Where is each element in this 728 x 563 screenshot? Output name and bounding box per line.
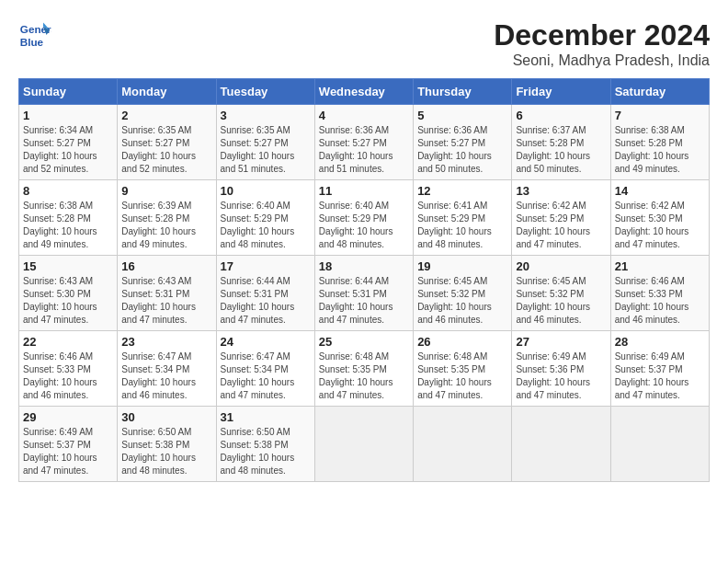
day-info: Sunrise: 6:40 AM Sunset: 5:29 PM Dayligh…: [319, 200, 409, 251]
month-title: December 2024: [494, 18, 710, 52]
weekday-header-friday: Friday: [512, 79, 610, 105]
day-info: Sunrise: 6:50 AM Sunset: 5:38 PM Dayligh…: [121, 426, 211, 477]
day-info: Sunrise: 6:47 AM Sunset: 5:34 PM Dayligh…: [221, 350, 311, 402]
day-number: 10: [221, 184, 311, 198]
day-number: 16: [121, 259, 211, 273]
day-info: Sunrise: 6:39 AM Sunset: 5:28 PM Dayligh…: [121, 200, 211, 251]
weekday-header-thursday: Thursday: [414, 79, 512, 105]
day-number: 1: [23, 109, 113, 122]
day-number: 24: [221, 335, 311, 349]
day-number: 9: [121, 184, 211, 198]
day-number: 31: [221, 410, 311, 424]
day-number: 13: [516, 184, 606, 198]
calendar-cell: 6Sunrise: 6:37 AM Sunset: 5:28 PM Daylig…: [512, 105, 610, 180]
calendar-cell: 13Sunrise: 6:42 AM Sunset: 5:29 PM Dayli…: [512, 180, 610, 256]
day-number: 26: [417, 335, 507, 349]
calendar-cell: 16Sunrise: 6:43 AM Sunset: 5:31 PM Dayli…: [118, 256, 216, 331]
calendar-cell: 4Sunrise: 6:36 AM Sunset: 5:27 PM Daylig…: [314, 105, 413, 180]
day-number: 5: [417, 109, 507, 122]
day-number: 18: [319, 259, 409, 273]
day-info: Sunrise: 6:36 AM Sunset: 5:27 PM Dayligh…: [319, 124, 409, 176]
day-info: Sunrise: 6:49 AM Sunset: 5:37 PM Dayligh…: [615, 350, 705, 402]
day-info: Sunrise: 6:38 AM Sunset: 5:28 PM Dayligh…: [615, 124, 705, 176]
day-info: Sunrise: 6:35 AM Sunset: 5:27 PM Dayligh…: [121, 124, 211, 176]
day-info: Sunrise: 6:42 AM Sunset: 5:30 PM Dayligh…: [615, 200, 705, 251]
calendar-cell: 26Sunrise: 6:48 AM Sunset: 5:35 PM Dayli…: [414, 331, 512, 407]
calendar-week-row: 15Sunrise: 6:43 AM Sunset: 5:30 PM Dayli…: [19, 256, 710, 331]
day-info: Sunrise: 6:43 AM Sunset: 5:31 PM Dayligh…: [121, 275, 211, 327]
calendar-cell: 19Sunrise: 6:45 AM Sunset: 5:32 PM Dayli…: [414, 256, 512, 331]
day-number: 25: [319, 335, 409, 349]
day-info: Sunrise: 6:38 AM Sunset: 5:28 PM Dayligh…: [23, 200, 113, 251]
calendar-cell: 24Sunrise: 6:47 AM Sunset: 5:34 PM Dayli…: [216, 331, 314, 407]
day-info: Sunrise: 6:48 AM Sunset: 5:35 PM Dayligh…: [319, 350, 409, 402]
calendar-cell: 29Sunrise: 6:49 AM Sunset: 5:37 PM Dayli…: [19, 407, 118, 482]
day-number: 19: [417, 259, 507, 273]
calendar-cell: [414, 407, 512, 482]
calendar-cell: 17Sunrise: 6:44 AM Sunset: 5:31 PM Dayli…: [216, 256, 314, 331]
calendar-cell: 23Sunrise: 6:47 AM Sunset: 5:34 PM Dayli…: [118, 331, 216, 407]
calendar-cell: 5Sunrise: 6:36 AM Sunset: 5:27 PM Daylig…: [414, 105, 512, 180]
weekday-header-sunday: Sunday: [19, 79, 118, 105]
calendar-cell: 1Sunrise: 6:34 AM Sunset: 5:27 PM Daylig…: [19, 105, 118, 180]
calendar-cell: [512, 407, 610, 482]
calendar-cell: 31Sunrise: 6:50 AM Sunset: 5:38 PM Dayli…: [216, 407, 314, 482]
day-info: Sunrise: 6:34 AM Sunset: 5:27 PM Dayligh…: [23, 124, 113, 176]
day-info: Sunrise: 6:49 AM Sunset: 5:36 PM Dayligh…: [516, 350, 606, 402]
calendar-cell: 9Sunrise: 6:39 AM Sunset: 5:28 PM Daylig…: [118, 180, 216, 256]
calendar-week-row: 8Sunrise: 6:38 AM Sunset: 5:28 PM Daylig…: [19, 180, 710, 256]
day-info: Sunrise: 6:44 AM Sunset: 5:31 PM Dayligh…: [319, 275, 409, 327]
day-number: 2: [121, 109, 211, 122]
day-info: Sunrise: 6:45 AM Sunset: 5:32 PM Dayligh…: [417, 275, 507, 327]
day-number: 12: [417, 184, 507, 198]
calendar-cell: [610, 407, 709, 482]
day-number: 28: [615, 335, 705, 349]
day-info: Sunrise: 6:37 AM Sunset: 5:28 PM Dayligh…: [516, 124, 606, 176]
calendar-cell: 30Sunrise: 6:50 AM Sunset: 5:38 PM Dayli…: [118, 407, 216, 482]
day-number: 20: [516, 259, 606, 273]
day-number: 3: [221, 109, 311, 122]
logo: General Blue: [18, 18, 51, 52]
calendar-cell: 10Sunrise: 6:40 AM Sunset: 5:29 PM Dayli…: [216, 180, 314, 256]
svg-text:Blue: Blue: [20, 36, 44, 48]
calendar-cell: 25Sunrise: 6:48 AM Sunset: 5:35 PM Dayli…: [314, 331, 413, 407]
day-number: 23: [121, 335, 211, 349]
day-number: 7: [615, 109, 705, 122]
weekday-header-wednesday: Wednesday: [314, 79, 413, 105]
day-number: 27: [516, 335, 606, 349]
calendar-cell: 22Sunrise: 6:46 AM Sunset: 5:33 PM Dayli…: [19, 331, 118, 407]
calendar-cell: 18Sunrise: 6:44 AM Sunset: 5:31 PM Dayli…: [314, 256, 413, 331]
day-info: Sunrise: 6:41 AM Sunset: 5:29 PM Dayligh…: [417, 200, 507, 251]
calendar-week-row: 22Sunrise: 6:46 AM Sunset: 5:33 PM Dayli…: [19, 331, 710, 407]
day-info: Sunrise: 6:42 AM Sunset: 5:29 PM Dayligh…: [516, 200, 606, 251]
day-info: Sunrise: 6:44 AM Sunset: 5:31 PM Dayligh…: [221, 275, 311, 327]
calendar-cell: 8Sunrise: 6:38 AM Sunset: 5:28 PM Daylig…: [19, 180, 118, 256]
calendar-cell: 2Sunrise: 6:35 AM Sunset: 5:27 PM Daylig…: [118, 105, 216, 180]
day-info: Sunrise: 6:45 AM Sunset: 5:32 PM Dayligh…: [516, 275, 606, 327]
weekday-header-saturday: Saturday: [610, 79, 709, 105]
day-number: 6: [516, 109, 606, 122]
day-number: 29: [23, 410, 113, 424]
weekday-header-row: SundayMondayTuesdayWednesdayThursdayFrid…: [19, 79, 710, 105]
day-info: Sunrise: 6:43 AM Sunset: 5:30 PM Dayligh…: [23, 275, 113, 327]
calendar-week-row: 1Sunrise: 6:34 AM Sunset: 5:27 PM Daylig…: [19, 105, 710, 180]
day-number: 21: [615, 259, 705, 273]
calendar-cell: [314, 407, 413, 482]
weekday-header-tuesday: Tuesday: [216, 79, 314, 105]
logo-icon: General Blue: [18, 18, 51, 52]
day-number: 4: [319, 109, 409, 122]
day-info: Sunrise: 6:40 AM Sunset: 5:29 PM Dayligh…: [221, 200, 311, 251]
page-header: General Blue December 2024 Seoni, Madhya…: [18, 18, 710, 69]
day-number: 11: [319, 184, 409, 198]
day-info: Sunrise: 6:49 AM Sunset: 5:37 PM Dayligh…: [23, 426, 113, 477]
day-info: Sunrise: 6:35 AM Sunset: 5:27 PM Dayligh…: [221, 124, 311, 176]
day-info: Sunrise: 6:50 AM Sunset: 5:38 PM Dayligh…: [221, 426, 311, 477]
calendar-cell: 20Sunrise: 6:45 AM Sunset: 5:32 PM Dayli…: [512, 256, 610, 331]
calendar-cell: 27Sunrise: 6:49 AM Sunset: 5:36 PM Dayli…: [512, 331, 610, 407]
calendar-cell: 11Sunrise: 6:40 AM Sunset: 5:29 PM Dayli…: [314, 180, 413, 256]
day-number: 22: [23, 335, 113, 349]
location-title: Seoni, Madhya Pradesh, India: [494, 52, 710, 69]
title-block: December 2024 Seoni, Madhya Pradesh, Ind…: [494, 18, 710, 69]
day-number: 30: [121, 410, 211, 424]
calendar-cell: 12Sunrise: 6:41 AM Sunset: 5:29 PM Dayli…: [414, 180, 512, 256]
